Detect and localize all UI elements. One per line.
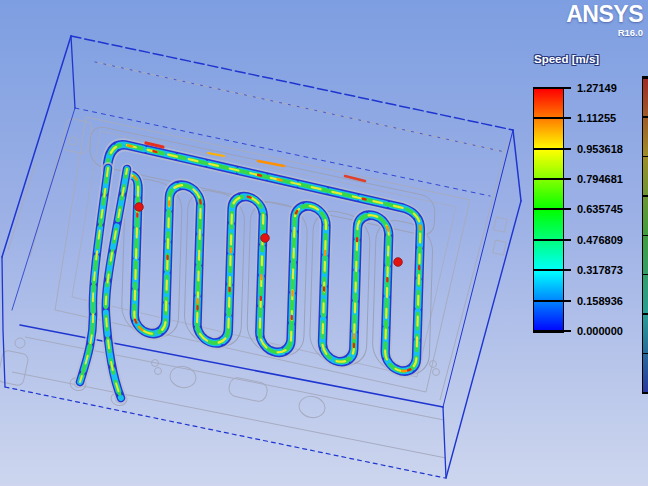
box-edge-right-bottom [443,407,446,478]
right-face-inner-line [440,140,508,400]
screw-hole [15,338,25,348]
legend-tick-label: 0.000000 [577,325,623,337]
box-edge-left-lower [2,257,5,387]
serpentine-streamlines [80,125,435,398]
legend-tick-line [533,208,571,209]
legend-tick-line [533,117,571,118]
legend-tick-line [533,178,571,179]
legend-tick: 0.476809 [533,234,623,246]
legend-tick-line [533,87,571,88]
legend-tick: 0.000000 [533,325,623,337]
legend-tick: 0.158936 [533,295,623,307]
legend-tick-label: 0.158936 [577,295,623,307]
right-face-detail-1 [494,217,507,232]
legend-tick: 0.794681 [533,173,623,185]
legend-tick: 0.635745 [533,203,623,215]
front-hole-slot-1 [228,376,269,402]
legend-tick: 0.953618 [533,143,623,155]
legend-tick-line [533,148,571,149]
corner-bracket-hole [69,137,77,145]
probe-marker [394,258,403,267]
box-edge-apex-vertical [71,36,75,108]
right-face-detail-2 [493,240,506,255]
legend-tick: 1.11255 [533,112,616,124]
secondary-colorbar-strip [642,76,648,394]
legend-tick-label: 0.635745 [577,203,623,215]
legend-tick: 1.27149 [533,82,617,94]
legend-tick-line [533,300,571,301]
probe-marker [135,203,144,212]
legend-tick: 0.317873 [533,264,623,276]
box-edge-hidden-bottom [5,387,445,478]
left-face-line-1 [8,162,36,250]
legend-title: Speed [m/s] [534,53,599,65]
box-edge-left [2,36,71,257]
ansys-brand-text: ANSYS [566,3,643,26]
legend-tick-line [533,239,571,240]
box-edge-right-outer [446,201,521,478]
legend-tick-label: 0.794681 [577,173,623,185]
box-edge-back-top [71,36,513,130]
legend-tick-line [533,269,571,270]
ansys-release-text: R16.0 [566,28,643,38]
legend-tick-label: 0.953618 [577,143,623,155]
legend-tick-label: 1.11255 [577,112,616,124]
probe-marker [261,234,270,243]
legend-tick-label: 1.27149 [577,82,617,94]
screw-hole [155,368,162,375]
front-hole-circle-2 [297,394,327,420]
box-edge-right-top [513,130,521,201]
screw-hole [433,369,440,376]
legend-tick-label: 0.476809 [577,234,623,246]
legend-tick-line [533,330,571,331]
ansys-logo: ANSYS R16.0 [566,3,643,38]
legend-tick-label: 0.317873 [577,264,623,276]
